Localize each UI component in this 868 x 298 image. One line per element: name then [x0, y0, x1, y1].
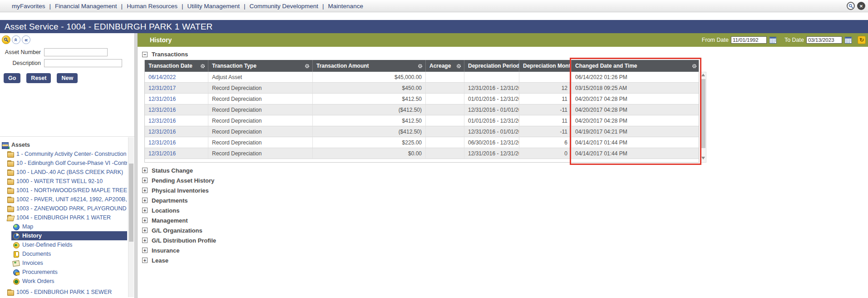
table-row: 12/31/2016Record Depreciation($412.50)12… [145, 104, 699, 115]
tree-item-1003-zanewood-park-playground-equi[interactable]: 1003 - ZANEWOOD PARK, PLAYGROUND EQUI [0, 204, 127, 213]
tree-item-user-defined-fields[interactable]: User-Defined Fields [11, 240, 127, 249]
section-pending-asset-history[interactable]: +Pending Asset History [142, 175, 216, 185]
search-icon[interactable] [847, 2, 855, 10]
cell-transaction-amount: $225.00 [313, 137, 426, 148]
section-g-l-organizations[interactable]: +G/L Organizations [142, 225, 216, 235]
expand-icon[interactable]: + [142, 188, 148, 193]
tree-item-procurements[interactable]: Procurements [11, 268, 127, 277]
expand-icon[interactable]: + [142, 178, 148, 183]
column-header-transaction-date[interactable]: Transaction Date [145, 60, 208, 72]
gear-icon[interactable] [418, 64, 423, 69]
gear-icon[interactable] [692, 64, 697, 69]
menu-item-human-resources[interactable]: Human Resources [127, 3, 178, 10]
sidebar-search-button[interactable] [2, 35, 10, 44]
expand-icon[interactable]: + [142, 168, 148, 173]
tree-item-label: 1005 - EDINBURGH PARK 1 SEWER [16, 289, 112, 295]
tree-item-map[interactable]: Map [11, 222, 127, 231]
section-management[interactable]: +Management [142, 215, 216, 225]
tree-item-1-community-activity-center-construction[interactable]: 1 - Community Activity Center- Construct… [0, 149, 127, 159]
folder-icon [7, 179, 14, 184]
tree-item-label: 1 - Community Activity Center- Construct… [16, 151, 126, 157]
section-physical-inventories[interactable]: +Physical Inventories [142, 185, 216, 195]
asset-number-field[interactable] [44, 48, 108, 56]
tree-scrollbar-thumb[interactable] [129, 164, 133, 242]
cell-transaction-date[interactable]: 12/31/2016 [145, 94, 208, 104]
expand-icon[interactable]: + [142, 198, 148, 203]
tree-scrollbar[interactable] [128, 137, 134, 297]
close-icon[interactable]: ✕ [857, 2, 865, 10]
table-row: 12/31/2017Record Depreciation$450.0012/3… [145, 83, 699, 94]
tree-item-1000-water-test-well-92-10[interactable]: 1000 - WATER TEST WELL 92-10 [0, 177, 127, 186]
tree-item-1001-northwoods-red-maple-trees[interactable]: 1001 - NORTHWOODS/RED MAPLE TREES [0, 186, 127, 195]
tree-item-invoices[interactable]: Invoices [11, 258, 127, 268]
section-insurance[interactable]: +Insurance [142, 245, 216, 255]
expand-icon[interactable]: + [142, 258, 148, 263]
column-header-transaction-type[interactable]: Transaction Type [208, 60, 313, 72]
collapse-up-icon[interactable]: « [12, 35, 20, 44]
section-g-l-distribution-profile[interactable]: +G/L Distribution Profile [142, 235, 216, 245]
cell-transaction-date[interactable]: 06/14/2022 [145, 72, 208, 82]
from-date-label: From Date [702, 37, 729, 43]
collapse-icon[interactable]: − [142, 52, 148, 57]
section-departments[interactable]: +Departments [142, 195, 216, 205]
tree-item-documents[interactable]: Documents [11, 249, 127, 258]
cell-transaction-date[interactable]: 12/31/2016 [145, 137, 208, 148]
scroll-up-icon[interactable] [701, 74, 705, 76]
table-scrollbar[interactable] [700, 72, 706, 163]
cell-transaction-date[interactable]: 12/31/2017 [145, 83, 208, 93]
table-scrollbar-thumb[interactable] [701, 79, 705, 148]
menu-separator: | [182, 3, 183, 10]
reset-button[interactable]: Reset [26, 73, 51, 83]
gear-icon[interactable] [305, 64, 310, 69]
tree-item-1004-edinburgh-park-1-water[interactable]: 1004 - EDINBURGH PARK 1 WATER [0, 213, 127, 222]
column-header-acreage[interactable]: Acreage [426, 60, 464, 72]
expand-icon[interactable]: + [142, 208, 148, 213]
cell-transaction-date[interactable]: 12/31/2016 [145, 104, 208, 115]
panel-splitter[interactable] [134, 33, 138, 298]
gear-icon[interactable] [200, 64, 205, 69]
column-header-depreciation-period[interactable]: Depreciation Period [464, 60, 519, 72]
tree-item-work-orders[interactable]: Work Orders [11, 277, 127, 286]
column-header-changed-date-and-time[interactable]: Changed Date and Time [572, 60, 700, 72]
column-header-depreciation-months[interactable]: Depreciation Months [519, 60, 572, 72]
tree-item-10-edinburgh-golf-course-phase-vi-contrib[interactable]: 10 - Edinburgh Golf Course-Phase VI -Con… [0, 159, 127, 168]
from-date-field[interactable] [731, 36, 767, 44]
cell-transaction-date[interactable]: 12/31/2016 [145, 126, 208, 137]
from-date-calendar-icon[interactable] [769, 37, 777, 44]
expand-icon[interactable]: + [142, 228, 148, 233]
to-date-calendar-icon[interactable] [844, 37, 852, 44]
menu-item-maintenance[interactable]: Maintenance [328, 3, 363, 10]
cell-transaction-date[interactable]: 12/31/2016 [145, 148, 208, 159]
menu-item-financial-management[interactable]: Financial Management [55, 3, 117, 10]
cell-depreciation-months: 11 [519, 115, 572, 126]
tree-item-1002-paver-unit-6214-1992-ap200b-asf[interactable]: 1002 - PAVER, UNIT #6214, 1992, AP200B, … [0, 195, 127, 204]
tree-item-history[interactable]: History [11, 231, 127, 240]
menu-item-community-development[interactable]: Community Development [250, 3, 319, 10]
menu-item-myfavorites[interactable]: myFavorites [12, 3, 45, 10]
tree-item-label: 10 - Edinburgh Golf Course-Phase VI -Con… [16, 160, 127, 166]
section-status-change[interactable]: +Status Change [142, 165, 216, 175]
scroll-down-icon[interactable] [701, 157, 705, 159]
description-field[interactable] [44, 59, 122, 67]
menu-item-utility-management[interactable]: Utility Management [187, 3, 240, 10]
refresh-icon[interactable]: ↻ [858, 36, 866, 44]
collapse-left-icon[interactable]: « [22, 35, 30, 44]
new-button[interactable]: New [57, 73, 78, 83]
expand-icon[interactable]: + [142, 218, 148, 223]
section-locations[interactable]: +Locations [142, 205, 216, 215]
cell-transaction-amount: $0.00 [313, 148, 426, 159]
expand-icon[interactable]: + [142, 248, 148, 253]
to-date-field[interactable] [806, 36, 842, 44]
column-header-transaction-amount[interactable]: Transaction Amount [313, 60, 426, 72]
expand-icon[interactable]: + [142, 238, 148, 243]
tree-item-1005-edinburgh-park-1-sewer[interactable]: 1005 - EDINBURGH PARK 1 SEWER [0, 288, 127, 297]
section-lease[interactable]: +Lease [142, 255, 216, 265]
go-button[interactable]: Go [4, 73, 20, 83]
tree-item-label: User-Defined Fields [22, 242, 72, 248]
cell-acreage [426, 126, 464, 137]
tree-item-assets[interactable]: Assets [0, 140, 127, 149]
cell-transaction-date[interactable]: 12/31/2016 [145, 115, 208, 126]
cell-depreciation-period: 12/31/2016 - 01/01/2016 [464, 104, 519, 115]
tree-item-100-land-40-ac-bass-creek-park[interactable]: 100 - LAND-.40 AC (BASS CREEK PARK) [0, 168, 127, 177]
gear-icon[interactable] [456, 64, 461, 69]
